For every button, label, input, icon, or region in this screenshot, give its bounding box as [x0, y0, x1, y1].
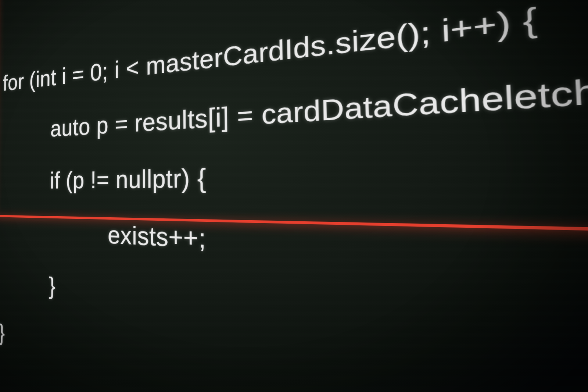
perspective-stage: results.resize( size _t exists = 0; for …	[0, 0, 588, 392]
code-plane: results.resize( size _t exists = 0; for …	[0, 0, 588, 392]
editor-screen: results.resize( size _t exists = 0; for …	[0, 0, 588, 392]
